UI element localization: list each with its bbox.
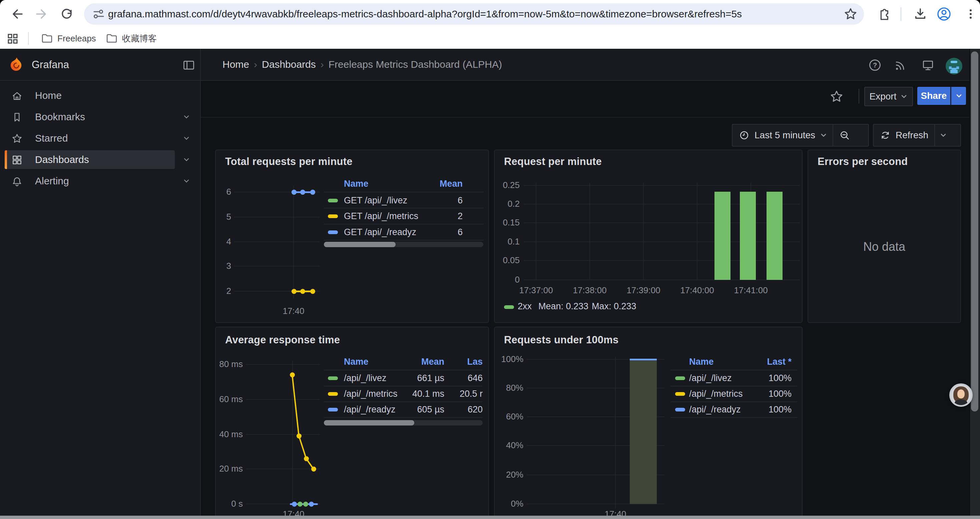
gridline (536, 183, 536, 280)
apps-grid-icon[interactable] (6, 32, 19, 45)
help-icon[interactable]: ? (868, 58, 881, 72)
y-tick-label: 5 (216, 212, 231, 222)
avatar-body (955, 399, 967, 407)
forward-icon[interactable] (35, 7, 49, 21)
legend-column-header: Last * (711, 357, 792, 367)
extensions-icon[interactable] (877, 7, 891, 21)
export-button[interactable]: Export (864, 87, 913, 106)
legend-column-header: Las (402, 357, 483, 367)
legend-series-name[interactable]: 2xx (518, 301, 532, 311)
legend-scrollbar-track[interactable] (324, 242, 483, 247)
legend-swatch (675, 392, 685, 396)
gridline (292, 361, 293, 508)
time-range-label[interactable]: Last 5 minutes (754, 130, 815, 141)
legend-scrollbar-thumb[interactable] (324, 242, 396, 247)
user-avatar[interactable] (946, 58, 963, 75)
sidebar-item-bookmarks[interactable]: Bookmarks (0, 107, 200, 126)
series-point (304, 456, 309, 461)
legend-scrollbar-thumb[interactable] (324, 420, 414, 425)
chevron-down-icon[interactable] (183, 177, 190, 185)
horizontal-scrollbar[interactable] (0, 516, 980, 519)
folder-icon (41, 32, 53, 45)
bookmark-icon (11, 112, 23, 123)
chevron-down-icon (900, 93, 908, 100)
sidebar-collapse-icon[interactable] (182, 59, 196, 72)
refresh-interval-dropdown[interactable] (940, 132, 947, 139)
chevron-down-icon[interactable] (820, 132, 827, 139)
brand-name: Grafana (32, 59, 69, 71)
series-point (310, 289, 315, 294)
sidebar-item-starred[interactable]: Starred (0, 129, 200, 148)
panel-requests-under-100ms[interactable]: Requests under 100ms 100%80%60%40%20%0%1… (494, 327, 803, 519)
legend-column-header: Name (344, 179, 369, 189)
legend-value: 620 (402, 404, 483, 415)
x-tick-label: 17:40 (264, 306, 323, 316)
bookmark-folder-blogs[interactable]: 收藏博客 (105, 32, 157, 45)
url-input[interactable] (105, 8, 844, 20)
legend-scrollbar-track[interactable] (324, 420, 483, 425)
gridline (524, 185, 800, 186)
sidebar-item-label: Bookmarks (35, 111, 85, 123)
sidebar-item-home[interactable]: Home (0, 86, 200, 105)
page-scrollbar-thumb[interactable] (971, 51, 978, 412)
refresh-group: Refresh (873, 124, 961, 147)
site-settings-icon[interactable] (92, 7, 105, 21)
bookmark-label: 收藏博客 (122, 33, 157, 45)
toolbar-divider (900, 7, 901, 21)
assistant-avatar[interactable] (949, 383, 973, 407)
breadcrumb-dashboards[interactable]: Dashboards (262, 59, 316, 70)
chevron-down-icon[interactable] (183, 134, 190, 142)
profile-icon[interactable] (937, 7, 951, 21)
y-tick-label: 0.05 (495, 255, 520, 265)
refresh-label[interactable]: Refresh (896, 130, 928, 141)
y-tick-label: 60 ms (216, 394, 243, 404)
gridline (246, 399, 320, 400)
favorite-star-icon[interactable] (830, 90, 843, 103)
share-button[interactable]: Share (917, 87, 950, 105)
x-tick-label: 17:40:00 (667, 285, 727, 295)
zoom-out-icon[interactable] (838, 129, 851, 141)
chevron-down-icon[interactable] (183, 113, 190, 121)
panel-total-requests-per-minute[interactable]: Total requests per minute 6543217:40Name… (215, 150, 489, 323)
news-rss-icon[interactable] (894, 58, 907, 72)
bookmarks-bar: Freeleaps 收藏博客 (0, 28, 980, 49)
sidebar-item-dashboards[interactable]: Dashboards (0, 150, 200, 169)
browser-toolbar (0, 0, 980, 28)
downloads-icon[interactable] (913, 7, 927, 21)
y-tick-label: 40% (495, 440, 523, 450)
grafana-logo[interactable] (9, 57, 25, 73)
url-bar[interactable] (84, 3, 864, 25)
legend-swatch (675, 376, 685, 380)
bookmark-label: Freeleaps (57, 34, 96, 44)
x-tick-label: 17:37:00 (506, 285, 566, 295)
gridline (234, 266, 320, 267)
export-label: Export (870, 91, 897, 102)
panel-request-per-minute[interactable]: Request per minute 2xx Mean: 0.233 Max: … (494, 150, 803, 323)
menu-kebab-icon[interactable] (963, 7, 978, 21)
panel-average-response-time[interactable]: Average response time 80 ms60 ms40 ms20 … (215, 327, 489, 519)
breadcrumb-home[interactable]: Home (223, 59, 249, 70)
apps-icon (11, 154, 23, 166)
table-separator (324, 417, 483, 418)
legend-value: 646 (402, 373, 483, 383)
bookmark-star-icon[interactable] (844, 7, 857, 21)
sidebar-item-alerting[interactable]: Alerting (0, 172, 200, 190)
kiosk-monitor-icon[interactable] (921, 58, 935, 72)
legend-value: 6 (383, 195, 463, 206)
reload-icon[interactable] (59, 7, 74, 21)
series-point (291, 190, 296, 195)
back-icon[interactable] (10, 7, 24, 21)
legend-swatch (328, 376, 338, 380)
table-separator (324, 192, 483, 192)
breadcrumb-current: Freeleaps Metrics Dashboard (ALPHA) (329, 59, 502, 70)
gridline (697, 183, 697, 280)
bookmark-folder-freeleaps[interactable]: Freeleaps (41, 32, 96, 45)
sidebar-item-highlight (5, 107, 175, 126)
panel-errors-per-second[interactable]: Errors per second No data (808, 150, 961, 323)
x-tick-label: 17:39:00 (613, 285, 673, 295)
y-tick-label: 0% (495, 498, 523, 509)
chevron-down-icon[interactable] (183, 156, 190, 163)
share-dropdown-button[interactable] (951, 87, 966, 105)
gridline (293, 186, 294, 299)
area-cap-line (630, 359, 657, 360)
